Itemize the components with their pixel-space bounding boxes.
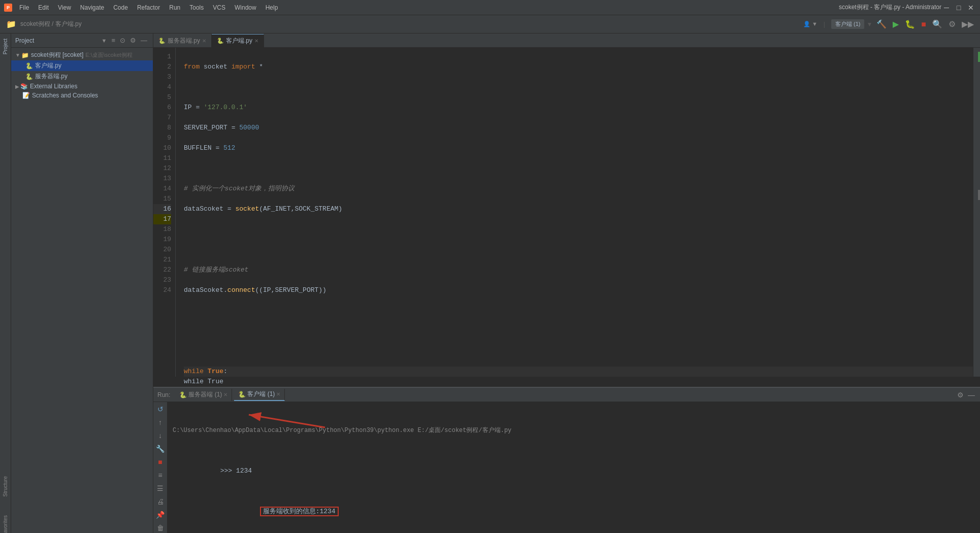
maximize-button[interactable]: □ — [954, 3, 964, 13]
run-tab-server[interactable]: 🐍 服务器端 (1) ✕ — [175, 389, 232, 401]
client-tab-close[interactable]: ✕ — [254, 38, 258, 44]
client-run-icon: 🐍 — [238, 391, 246, 398]
menu-edit[interactable]: Edit — [34, 3, 53, 12]
run-filter-icon[interactable]: ≡ — [157, 470, 163, 480]
run-settings-icon[interactable]: ⚙ — [956, 390, 965, 400]
scratches-icon: 📝 — [22, 92, 30, 99]
server-run-icon: 🐍 — [179, 391, 187, 398]
settings-button[interactable]: ⚙ — [946, 18, 958, 30]
run-stop-icon[interactable]: ■ — [157, 457, 163, 467]
run-scroll-up-icon[interactable]: ↑ — [157, 417, 163, 427]
code-content[interactable]: from socket import * IP = '127.0.0.1' SE… — [176, 48, 973, 377]
project-strip-label[interactable]: Project — [2, 36, 9, 57]
code-continuation: while True — [153, 377, 980, 387]
favorites-strip-label[interactable]: Favorites — [2, 512, 9, 533]
structure-strip-label[interactable]: Structure — [2, 473, 9, 500]
code-line-4: SERVER_PORT = 50000 — [184, 123, 973, 133]
project-tree: ▼ 📁 scoket例程 [scoket] E:\桌面\scoket例程 🐍 客… — [11, 48, 153, 533]
terminal-output-highlighted: 服务端收到的信息:1234 — [212, 496, 339, 527]
run-wrench-icon[interactable]: 🔧 — [155, 444, 166, 454]
menu-window[interactable]: Window — [231, 3, 260, 12]
titlebar: P File Edit View Navigate Code Refactor … — [0, 0, 980, 15]
code-editor[interactable]: 1 2 3 4 5 6 7 8 9 10 11 12 13 14 15 16 1… — [153, 48, 980, 377]
debug-button[interactable]: 🐛 — [903, 18, 917, 30]
run-left-icons: ↺ ↑ ↓ 🔧 ■ ≡ ☰ 🖨 📌 🗑 — [153, 402, 168, 533]
run-button[interactable]: ▶ — [891, 18, 901, 30]
client-file-icon: 🐍 — [25, 62, 33, 70]
more-tools-button[interactable]: ▶▶ — [960, 18, 976, 30]
minimize-button[interactable]: ─ — [941, 3, 952, 13]
line-numbers: 1 2 3 4 5 6 7 8 9 10 11 12 13 14 15 16 1… — [153, 48, 176, 377]
close-button[interactable]: ✕ — [966, 3, 976, 13]
tab-server[interactable]: 🐍 服务器端.py ✕ — [153, 34, 212, 47]
project-icon: 📁 — [4, 18, 18, 30]
main-container: Project Structure Favorites Project ▼ ≡ … — [0, 34, 980, 533]
right-gutter — [973, 48, 980, 377]
run-print-icon[interactable]: 🖨 — [156, 496, 165, 507]
red-arrow — [208, 402, 386, 443]
menu-file[interactable]: File — [15, 3, 33, 12]
run-config-selector[interactable]: 客户端 (1) — [831, 19, 865, 29]
tab-client[interactable]: 🐍 客户端.py ✕ — [212, 34, 264, 47]
run-list-icon[interactable]: ☰ — [156, 483, 165, 493]
code-line-13 — [184, 306, 973, 316]
avatar-icon[interactable]: 👤 ▼ — [803, 21, 818, 27]
menu-bar: File Edit View Navigate Code Refactor Ru… — [15, 3, 839, 12]
window-controls: ─ □ ✕ — [941, 3, 976, 13]
project-collapse-all[interactable]: ≡ — [110, 36, 117, 45]
tree-item-external-libs[interactable]: ▶ 📚 External Libraries — [11, 82, 153, 91]
top-toolbar: 📁 scoket例程 / 客户端.py 👤 ▼ | 客户端 (1) ▼ 🔨 ▶ … — [0, 15, 980, 34]
menu-refactor[interactable]: Refactor — [133, 3, 164, 12]
window-title: scoket例程 - 客户端.py - Administrator — [839, 3, 941, 12]
project-panel: Project ▼ ≡ ⊙ ⚙ — ▼ 📁 scoket例程 [scoket] … — [11, 34, 153, 533]
code-line-12: dataScoket.connect((IP,SERVER_PORT)) — [184, 285, 973, 295]
project-dropdown-icon[interactable]: ▼ — [102, 38, 107, 44]
run-tab-client[interactable]: 🐍 客户端 (1) ✕ — [234, 389, 285, 401]
menu-help[interactable]: Help — [262, 3, 282, 12]
client-tab-label: 客户端.py — [226, 37, 252, 45]
search-button[interactable]: 🔍 — [930, 18, 944, 30]
tree-item-scratches[interactable]: 📝 Scratches and Consoles — [11, 91, 153, 100]
run-trash-icon[interactable]: 🗑 — [156, 523, 165, 533]
client-tab-icon: 🐍 — [217, 38, 224, 44]
server-tab-close[interactable]: ✕ — [202, 38, 206, 44]
tree-item-server[interactable]: 🐍 服务器端.py — [11, 71, 153, 82]
code-line-11: # 链接服务端scoket — [184, 265, 973, 275]
server-tab-label: 服务器端.py — [168, 37, 200, 45]
menu-run[interactable]: Run — [165, 3, 184, 12]
code-line-16: while True: — [184, 367, 973, 377]
editor-tabs: 🐍 服务器端.py ✕ 🐍 客户端.py ✕ — [153, 34, 980, 48]
make-button[interactable]: 🔨 — [874, 18, 889, 30]
terminal-input-line: >>> 1234 — [173, 456, 975, 486]
menu-tools[interactable]: Tools — [185, 3, 208, 12]
run-pin-icon[interactable]: 📌 — [155, 510, 166, 520]
project-minimize[interactable]: — — [139, 36, 149, 45]
project-settings[interactable]: ⚙ — [128, 36, 138, 45]
project-locate[interactable]: ⊙ — [118, 36, 127, 45]
client-run-close[interactable]: ✕ — [276, 391, 280, 397]
menu-navigate[interactable]: Navigate — [76, 3, 108, 12]
menu-vcs[interactable]: VCS — [209, 3, 230, 12]
tree-item-client[interactable]: 🐍 客户端.py — [11, 60, 153, 71]
menu-view[interactable]: View — [54, 3, 75, 12]
code-line-6 — [184, 163, 973, 174]
tree-root[interactable]: ▼ 📁 scoket例程 [scoket] E:\桌面\scoket例程 — [11, 50, 153, 60]
menu-code[interactable]: Code — [109, 3, 132, 12]
server-run-close[interactable]: ✕ — [223, 392, 227, 397]
client-file-name: 客户端.py — [35, 61, 61, 70]
run-scroll-down-icon[interactable]: ↓ — [157, 430, 163, 441]
external-libs-label: External Libraries — [30, 83, 77, 90]
external-libs-icon: 📚 — [20, 83, 28, 90]
terminal-output[interactable]: C:\Users\Chenhao\AppData\Local\Programs\… — [168, 402, 980, 533]
left-panel-strip: Project Structure Favorites — [0, 34, 11, 533]
stop-button[interactable]: ■ — [919, 19, 928, 30]
code-line-15 — [184, 346, 973, 356]
run-panel: Run: 🐍 服务器端 (1) ✕ 🐍 客户端 (1) ✕ ⚙ — — [153, 387, 980, 533]
code-line-3: IP = '127.0.0.1' — [184, 103, 973, 113]
project-breadcrumb: scoket例程 / 客户端.py — [20, 20, 82, 28]
server-tab-icon: 🐍 — [158, 38, 166, 44]
project-panel-header: Project ▼ ≡ ⊙ ⚙ — — [11, 34, 153, 48]
run-minimize-icon[interactable]: — — [967, 390, 976, 400]
run-rerun-icon[interactable]: ↺ — [156, 404, 165, 414]
expand-arrow-root: ▼ — [15, 52, 20, 58]
